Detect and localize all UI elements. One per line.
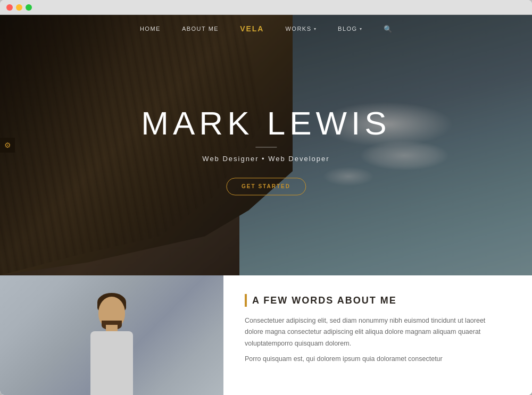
browser-content: ⚙ HOME ABOUT ME VELA WORKS ▾ BLOG ▾ 🔍 (0, 15, 532, 395)
hero-subtitle: Web Designer • Web Developer (141, 155, 390, 163)
nav-logo[interactable]: VELA (240, 24, 264, 33)
settings-gear-button[interactable]: ⚙ (0, 138, 15, 153)
gear-icon: ⚙ (4, 141, 11, 149)
about-heading: A FEW WORDS ABOUT ME (245, 294, 511, 307)
about-body-text: Consectetuer adipiscing elit, sed diam n… (245, 315, 500, 365)
nav-home[interactable]: HOME (140, 26, 161, 32)
browser-window: ⚙ HOME ABOUT ME VELA WORKS ▾ BLOG ▾ 🔍 (0, 0, 532, 395)
nav-works[interactable]: WORKS ▾ (285, 26, 317, 32)
minimize-button[interactable] (16, 4, 22, 11)
hero-section: ⚙ HOME ABOUT ME VELA WORKS ▾ BLOG ▾ 🔍 (0, 15, 532, 275)
about-paragraph-1: Consectetuer adipiscing elit, sed diam n… (245, 315, 500, 349)
browser-titlebar (0, 0, 532, 15)
get-started-button[interactable]: GET STARTED (226, 178, 306, 196)
site-wrapper: ⚙ HOME ABOUT ME VELA WORKS ▾ BLOG ▾ 🔍 (0, 15, 532, 395)
close-button[interactable] (6, 4, 13, 11)
maximize-button[interactable] (26, 4, 32, 11)
hero-content: MARK LEWIS Web Designer • Web Developer … (141, 105, 390, 195)
person-figure (69, 289, 154, 395)
hero-divider (255, 147, 277, 148)
search-icon[interactable]: 🔍 (384, 25, 392, 33)
nav-blog[interactable]: BLOG ▾ (338, 26, 362, 32)
about-section: A FEW WORDS ABOUT ME Consectetuer adipis… (0, 275, 532, 395)
about-heading-text: A FEW WORDS ABOUT ME (252, 295, 397, 306)
chevron-down-icon: ▾ (314, 27, 317, 31)
person-body (90, 331, 133, 395)
chevron-down-icon: ▾ (360, 27, 363, 31)
about-paragraph-2: Porro quisquam est, qui dolorem ipsum qu… (245, 354, 500, 365)
nav-works-label: WORKS (285, 26, 311, 32)
nav-about[interactable]: ABOUT ME (182, 26, 219, 32)
nav-blog-label: BLOG (338, 26, 358, 32)
about-heading-accent (245, 294, 247, 307)
navigation: HOME ABOUT ME VELA WORKS ▾ BLOG ▾ 🔍 (0, 15, 532, 43)
browser-dots (6, 4, 32, 11)
hero-name: MARK LEWIS (141, 105, 390, 141)
about-content: A FEW WORDS ABOUT ME Consectetuer adipis… (223, 275, 532, 395)
about-portrait (0, 275, 223, 395)
